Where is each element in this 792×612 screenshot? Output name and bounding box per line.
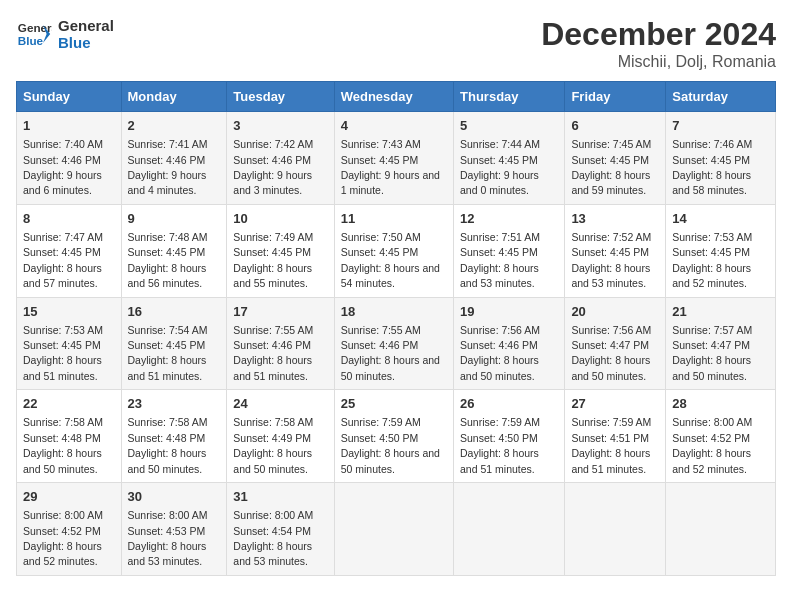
day-number: 17 — [233, 303, 327, 321]
day-info: Sunrise: 7:53 AMSunset: 4:45 PMDaylight:… — [23, 324, 103, 382]
day-number: 24 — [233, 395, 327, 413]
day-number: 1 — [23, 117, 115, 135]
week-row-5: 29Sunrise: 8:00 AMSunset: 4:52 PMDayligh… — [17, 483, 776, 576]
day-info: Sunrise: 8:00 AMSunset: 4:52 PMDaylight:… — [23, 509, 103, 567]
header-row: SundayMondayTuesdayWednesdayThursdayFrid… — [17, 82, 776, 112]
day-cell: 23Sunrise: 7:58 AMSunset: 4:48 PMDayligh… — [121, 390, 227, 483]
header-cell-thursday: Thursday — [454, 82, 565, 112]
logo-blue: Blue — [58, 34, 114, 51]
day-number: 13 — [571, 210, 659, 228]
day-cell: 17Sunrise: 7:55 AMSunset: 4:46 PMDayligh… — [227, 297, 334, 390]
day-cell: 31Sunrise: 8:00 AMSunset: 4:54 PMDayligh… — [227, 483, 334, 576]
day-number: 26 — [460, 395, 558, 413]
header-cell-tuesday: Tuesday — [227, 82, 334, 112]
day-number: 2 — [128, 117, 221, 135]
calendar-subtitle: Mischii, Dolj, Romania — [541, 53, 776, 71]
day-cell: 12Sunrise: 7:51 AMSunset: 4:45 PMDayligh… — [454, 204, 565, 297]
calendar-header: SundayMondayTuesdayWednesdayThursdayFrid… — [17, 82, 776, 112]
day-cell: 27Sunrise: 7:59 AMSunset: 4:51 PMDayligh… — [565, 390, 666, 483]
day-info: Sunrise: 7:50 AMSunset: 4:45 PMDaylight:… — [341, 231, 440, 289]
day-number: 14 — [672, 210, 769, 228]
day-number: 4 — [341, 117, 447, 135]
week-row-1: 1Sunrise: 7:40 AMSunset: 4:46 PMDaylight… — [17, 112, 776, 205]
day-number: 5 — [460, 117, 558, 135]
day-number: 22 — [23, 395, 115, 413]
day-info: Sunrise: 7:49 AMSunset: 4:45 PMDaylight:… — [233, 231, 313, 289]
day-info: Sunrise: 8:00 AMSunset: 4:52 PMDaylight:… — [672, 416, 752, 474]
day-number: 29 — [23, 488, 115, 506]
page-header: General Blue General Blue December 2024 … — [16, 16, 776, 71]
day-info: Sunrise: 8:00 AMSunset: 4:53 PMDaylight:… — [128, 509, 208, 567]
day-info: Sunrise: 7:54 AMSunset: 4:45 PMDaylight:… — [128, 324, 208, 382]
day-info: Sunrise: 7:55 AMSunset: 4:46 PMDaylight:… — [233, 324, 313, 382]
day-number: 10 — [233, 210, 327, 228]
day-info: Sunrise: 7:40 AMSunset: 4:46 PMDaylight:… — [23, 138, 103, 196]
day-info: Sunrise: 7:59 AMSunset: 4:51 PMDaylight:… — [571, 416, 651, 474]
day-cell: 21Sunrise: 7:57 AMSunset: 4:47 PMDayligh… — [666, 297, 776, 390]
day-info: Sunrise: 7:58 AMSunset: 4:48 PMDaylight:… — [23, 416, 103, 474]
day-cell: 7Sunrise: 7:46 AMSunset: 4:45 PMDaylight… — [666, 112, 776, 205]
day-cell: 18Sunrise: 7:55 AMSunset: 4:46 PMDayligh… — [334, 297, 453, 390]
day-number: 9 — [128, 210, 221, 228]
day-number: 18 — [341, 303, 447, 321]
day-cell: 6Sunrise: 7:45 AMSunset: 4:45 PMDaylight… — [565, 112, 666, 205]
day-info: Sunrise: 7:43 AMSunset: 4:45 PMDaylight:… — [341, 138, 440, 196]
day-number: 3 — [233, 117, 327, 135]
day-cell — [454, 483, 565, 576]
day-info: Sunrise: 7:45 AMSunset: 4:45 PMDaylight:… — [571, 138, 651, 196]
day-cell: 2Sunrise: 7:41 AMSunset: 4:46 PMDaylight… — [121, 112, 227, 205]
day-info: Sunrise: 7:58 AMSunset: 4:48 PMDaylight:… — [128, 416, 208, 474]
day-cell: 19Sunrise: 7:56 AMSunset: 4:46 PMDayligh… — [454, 297, 565, 390]
day-number: 11 — [341, 210, 447, 228]
logo-icon: General Blue — [16, 16, 52, 52]
day-cell: 4Sunrise: 7:43 AMSunset: 4:45 PMDaylight… — [334, 112, 453, 205]
day-cell: 25Sunrise: 7:59 AMSunset: 4:50 PMDayligh… — [334, 390, 453, 483]
day-cell: 24Sunrise: 7:58 AMSunset: 4:49 PMDayligh… — [227, 390, 334, 483]
day-number: 8 — [23, 210, 115, 228]
day-number: 19 — [460, 303, 558, 321]
day-cell — [565, 483, 666, 576]
day-info: Sunrise: 7:56 AMSunset: 4:46 PMDaylight:… — [460, 324, 540, 382]
day-number: 20 — [571, 303, 659, 321]
day-info: Sunrise: 8:00 AMSunset: 4:54 PMDaylight:… — [233, 509, 313, 567]
day-info: Sunrise: 7:44 AMSunset: 4:45 PMDaylight:… — [460, 138, 540, 196]
day-cell: 10Sunrise: 7:49 AMSunset: 4:45 PMDayligh… — [227, 204, 334, 297]
day-number: 27 — [571, 395, 659, 413]
day-number: 6 — [571, 117, 659, 135]
day-cell: 9Sunrise: 7:48 AMSunset: 4:45 PMDaylight… — [121, 204, 227, 297]
day-number: 21 — [672, 303, 769, 321]
day-cell: 5Sunrise: 7:44 AMSunset: 4:45 PMDaylight… — [454, 112, 565, 205]
svg-text:Blue: Blue — [18, 34, 44, 47]
day-info: Sunrise: 7:56 AMSunset: 4:47 PMDaylight:… — [571, 324, 651, 382]
day-cell: 11Sunrise: 7:50 AMSunset: 4:45 PMDayligh… — [334, 204, 453, 297]
logo: General Blue General Blue — [16, 16, 114, 52]
day-number: 30 — [128, 488, 221, 506]
header-cell-saturday: Saturday — [666, 82, 776, 112]
day-info: Sunrise: 7:53 AMSunset: 4:45 PMDaylight:… — [672, 231, 752, 289]
day-number: 16 — [128, 303, 221, 321]
day-cell: 20Sunrise: 7:56 AMSunset: 4:47 PMDayligh… — [565, 297, 666, 390]
logo-general: General — [58, 17, 114, 34]
day-number: 23 — [128, 395, 221, 413]
header-cell-sunday: Sunday — [17, 82, 122, 112]
day-cell — [334, 483, 453, 576]
day-info: Sunrise: 7:57 AMSunset: 4:47 PMDaylight:… — [672, 324, 752, 382]
day-info: Sunrise: 7:58 AMSunset: 4:49 PMDaylight:… — [233, 416, 313, 474]
day-cell: 14Sunrise: 7:53 AMSunset: 4:45 PMDayligh… — [666, 204, 776, 297]
day-info: Sunrise: 7:41 AMSunset: 4:46 PMDaylight:… — [128, 138, 208, 196]
day-cell: 16Sunrise: 7:54 AMSunset: 4:45 PMDayligh… — [121, 297, 227, 390]
day-cell: 29Sunrise: 8:00 AMSunset: 4:52 PMDayligh… — [17, 483, 122, 576]
day-cell: 26Sunrise: 7:59 AMSunset: 4:50 PMDayligh… — [454, 390, 565, 483]
week-row-2: 8Sunrise: 7:47 AMSunset: 4:45 PMDaylight… — [17, 204, 776, 297]
day-cell: 3Sunrise: 7:42 AMSunset: 4:46 PMDaylight… — [227, 112, 334, 205]
day-info: Sunrise: 7:48 AMSunset: 4:45 PMDaylight:… — [128, 231, 208, 289]
day-number: 25 — [341, 395, 447, 413]
day-cell: 22Sunrise: 7:58 AMSunset: 4:48 PMDayligh… — [17, 390, 122, 483]
day-number: 31 — [233, 488, 327, 506]
day-cell: 15Sunrise: 7:53 AMSunset: 4:45 PMDayligh… — [17, 297, 122, 390]
day-info: Sunrise: 7:42 AMSunset: 4:46 PMDaylight:… — [233, 138, 313, 196]
day-number: 12 — [460, 210, 558, 228]
calendar-title: December 2024 — [541, 16, 776, 53]
day-cell: 30Sunrise: 8:00 AMSunset: 4:53 PMDayligh… — [121, 483, 227, 576]
week-row-3: 15Sunrise: 7:53 AMSunset: 4:45 PMDayligh… — [17, 297, 776, 390]
